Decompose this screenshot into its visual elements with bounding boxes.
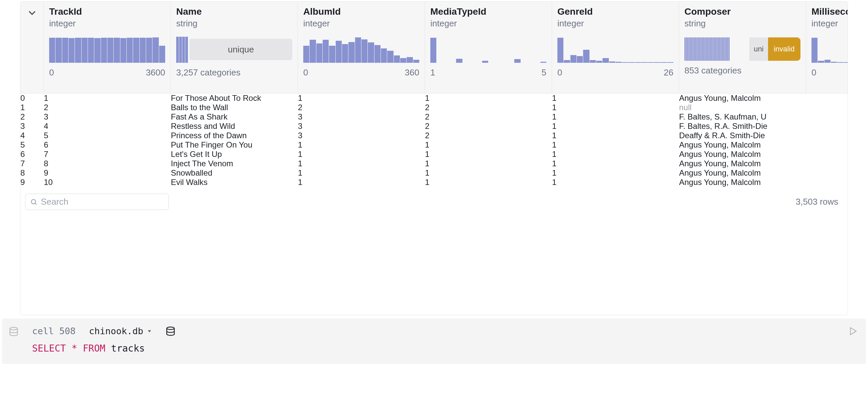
search-input-wrap[interactable] xyxy=(25,194,169,210)
table-cell[interactable]: 1 xyxy=(552,140,679,149)
column-histogram[interactable]: unique xyxy=(176,37,292,63)
table-cell[interactable]: Let's Get It Up xyxy=(171,149,298,159)
table-cell[interactable]: 2 xyxy=(298,103,425,112)
table-cell[interactable]: 1 xyxy=(425,94,552,103)
row-index[interactable]: 2 xyxy=(21,112,44,121)
table-cell[interactable]: Restless and Wild xyxy=(171,121,298,131)
column-header[interactable]: TrackIdinteger03600 xyxy=(44,2,171,94)
table-cell[interactable]: 6 xyxy=(44,140,171,149)
table-cell[interactable]: 1 xyxy=(298,168,425,178)
table-cell[interactable]: 5 xyxy=(44,131,171,140)
table-cell[interactable]: 1 xyxy=(425,168,552,178)
table-cell[interactable]: null xyxy=(679,103,806,112)
table-cell[interactable]: Angus Young, Malcolm xyxy=(679,94,806,103)
table-cell[interactable]: 9 xyxy=(44,168,171,178)
table-cell[interactable]: 1 xyxy=(425,149,552,159)
column-histogram[interactable] xyxy=(49,37,165,63)
row-index[interactable]: 3 xyxy=(21,121,44,131)
table-cell[interactable]: 2 xyxy=(425,121,552,131)
table-cell[interactable]: Angus Young, Malcolm xyxy=(679,140,806,149)
table-cell[interactable]: 1 xyxy=(552,103,679,112)
database-selector[interactable]: chinook.db xyxy=(89,326,152,336)
column-header[interactable]: Namestringunique3,257 categories xyxy=(171,2,298,94)
table-cell[interactable]: 1 xyxy=(552,178,679,187)
table-cell[interactable]: 1 xyxy=(425,159,552,168)
table-cell[interactable]: 1 xyxy=(552,112,679,121)
table-cell[interactable]: 1 xyxy=(298,94,425,103)
sql-editor[interactable]: SELECT * FROM tracks xyxy=(2,340,866,364)
table-cell[interactable]: 1 xyxy=(425,178,552,187)
table-cell[interactable] xyxy=(806,178,847,187)
column-histogram[interactable] xyxy=(811,37,848,63)
row-index[interactable]: 7 xyxy=(21,159,44,168)
search-input[interactable] xyxy=(41,197,164,207)
expand-toggle[interactable] xyxy=(21,2,44,94)
table-cell[interactable]: 1 xyxy=(552,149,679,159)
table-cell[interactable] xyxy=(806,131,847,140)
table-cell[interactable]: 2 xyxy=(425,131,552,140)
column-header[interactable]: Millisecondsinteger0 xyxy=(806,2,848,94)
table-cell[interactable] xyxy=(806,112,847,121)
table-cell[interactable]: Angus Young, Malcolm xyxy=(679,168,806,178)
table-cell[interactable]: Put The Finger On You xyxy=(171,140,298,149)
table-cell[interactable] xyxy=(806,94,847,103)
table-cell[interactable]: 1 xyxy=(298,140,425,149)
row-index[interactable]: 9 xyxy=(21,178,44,187)
table-cell[interactable]: 1 xyxy=(298,159,425,168)
table-cell[interactable]: 2 xyxy=(425,103,552,112)
table-cell[interactable]: 1 xyxy=(298,178,425,187)
table-cell[interactable] xyxy=(806,121,847,131)
table-cell[interactable]: 10 xyxy=(44,178,171,187)
table-cell[interactable]: 4 xyxy=(44,121,171,131)
table-cell[interactable]: Angus Young, Malcolm xyxy=(679,178,806,187)
table-cell[interactable] xyxy=(806,140,847,149)
table-cell[interactable]: Inject The Venom xyxy=(171,159,298,168)
column-histogram[interactable] xyxy=(303,37,419,63)
table-cell[interactable]: 7 xyxy=(44,149,171,159)
table-cell[interactable]: 3 xyxy=(298,131,425,140)
table-cell[interactable]: 2 xyxy=(425,112,552,121)
table-cell[interactable]: Fast As a Shark xyxy=(171,112,298,121)
table-cell[interactable]: 8 xyxy=(44,159,171,168)
table-cell[interactable]: 1 xyxy=(552,121,679,131)
table-cell[interactable]: Angus Young, Malcolm xyxy=(679,149,806,159)
table-cell[interactable]: Snowballed xyxy=(171,168,298,178)
column-header[interactable]: GenreIdinteger026 xyxy=(552,2,679,94)
table-cell[interactable]: 1 xyxy=(552,94,679,103)
table-cell[interactable]: F. Baltes, R.A. Smith-Die xyxy=(679,121,806,131)
row-index[interactable]: 4 xyxy=(21,131,44,140)
table-cell[interactable]: F. Baltes, S. Kaufman, U xyxy=(679,112,806,121)
column-header[interactable]: MediaTypeIdinteger15 xyxy=(425,2,552,94)
table-cell[interactable] xyxy=(806,149,847,159)
row-index[interactable]: 1 xyxy=(21,103,44,112)
table-cell[interactable]: 1 xyxy=(552,159,679,168)
table-cell[interactable]: Deaffy & R.A. Smith-Die xyxy=(679,131,806,140)
table-cell[interactable] xyxy=(806,103,847,112)
table-cell[interactable]: 1 xyxy=(298,149,425,159)
table-cell[interactable] xyxy=(806,168,847,178)
column-histogram[interactable] xyxy=(557,37,673,63)
table-cell[interactable]: 1 xyxy=(552,168,679,178)
column-header[interactable]: AlbumIdinteger0360 xyxy=(298,2,425,94)
table-cell[interactable] xyxy=(806,159,847,168)
table-cell[interactable]: 1 xyxy=(44,94,171,103)
run-button[interactable] xyxy=(847,326,858,337)
column-histogram[interactable] xyxy=(430,37,546,63)
table-cell[interactable]: 2 xyxy=(44,103,171,112)
row-index[interactable]: 8 xyxy=(21,168,44,178)
table-cell[interactable]: Angus Young, Malcolm xyxy=(679,159,806,168)
table-cell[interactable]: 1 xyxy=(552,131,679,140)
table-cell[interactable]: Evil Walks xyxy=(171,178,298,187)
row-index[interactable]: 6 xyxy=(21,149,44,159)
database-icon-secondary[interactable] xyxy=(165,326,176,336)
row-index[interactable]: 5 xyxy=(21,140,44,149)
row-index[interactable]: 0 xyxy=(21,94,44,103)
table-cell[interactable]: 3 xyxy=(298,121,425,131)
table-cell[interactable]: 3 xyxy=(298,112,425,121)
column-histogram[interactable]: uniinvalid xyxy=(684,37,801,61)
column-header[interactable]: Composerstringuniinvalid853 categories xyxy=(679,2,806,94)
table-cell[interactable]: Princess of the Dawn xyxy=(171,131,298,140)
table-cell[interactable]: 3 xyxy=(44,112,171,121)
table-cell[interactable]: 1 xyxy=(425,140,552,149)
table-cell[interactable]: For Those About To Rock xyxy=(171,94,298,103)
